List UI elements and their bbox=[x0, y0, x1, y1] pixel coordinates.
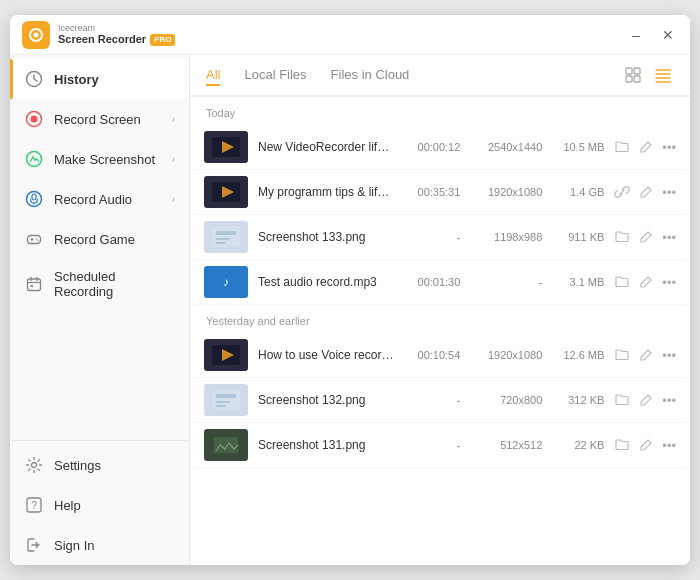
mic-icon bbox=[24, 189, 44, 209]
sidebar-item-history[interactable]: History bbox=[10, 59, 189, 99]
chevron-icon: › bbox=[172, 154, 175, 165]
file-duration: - bbox=[405, 231, 460, 243]
tab-local-files[interactable]: Local Files bbox=[244, 67, 306, 86]
sidebar-label-record-audio: Record Audio bbox=[54, 192, 132, 207]
sidebar-label-record-game: Record Game bbox=[54, 232, 135, 247]
open-folder-button[interactable] bbox=[614, 437, 630, 453]
file-name: Screenshot 131.png bbox=[258, 438, 395, 452]
logo-text: Icecream Screen Recorder PRO bbox=[58, 23, 175, 47]
chevron-icon: › bbox=[172, 114, 175, 125]
more-button[interactable]: ••• bbox=[662, 230, 676, 245]
calendar-icon bbox=[24, 274, 44, 294]
sidebar-item-scheduled[interactable]: Scheduled Recording bbox=[10, 259, 189, 309]
svg-point-4 bbox=[31, 116, 38, 123]
tabs-bar: All Local Files Files in Cloud bbox=[190, 55, 690, 97]
file-resolution: 720x800 bbox=[470, 394, 542, 406]
tab-files-in-cloud[interactable]: Files in Cloud bbox=[331, 67, 410, 86]
product-name: Screen Recorder PRO bbox=[58, 33, 175, 46]
file-thumbnail bbox=[204, 131, 248, 163]
svg-rect-25 bbox=[634, 76, 640, 82]
link-button[interactable] bbox=[614, 184, 630, 200]
svg-rect-45 bbox=[216, 405, 226, 407]
svg-rect-36 bbox=[216, 238, 230, 240]
open-folder-button[interactable] bbox=[614, 229, 630, 245]
file-list: Today New VideoRecorder lifehacks.mp4 00… bbox=[190, 97, 690, 565]
file-duration: - bbox=[405, 394, 460, 406]
file-resolution: 2540x1440 bbox=[470, 141, 542, 153]
edit-button[interactable] bbox=[638, 392, 654, 408]
more-button[interactable]: ••• bbox=[662, 438, 676, 453]
file-size: 22 KB bbox=[552, 439, 604, 451]
content-area: All Local Files Files in Cloud bbox=[190, 55, 690, 565]
svg-rect-14 bbox=[28, 279, 41, 291]
camera-icon bbox=[24, 149, 44, 169]
file-duration: 00:10:54 bbox=[405, 349, 460, 361]
file-size: 911 KB bbox=[552, 231, 604, 243]
sidebar-item-settings[interactable]: Settings bbox=[10, 445, 189, 485]
more-button[interactable]: ••• bbox=[662, 348, 676, 363]
edit-button[interactable] bbox=[638, 347, 654, 363]
open-folder-button[interactable] bbox=[614, 274, 630, 290]
file-row[interactable]: How to use Voice recorder.mp4 00:10:54 1… bbox=[194, 333, 686, 378]
open-folder-button[interactable] bbox=[614, 392, 630, 408]
file-row[interactable]: Screenshot 132.png - 720x800 312 KB ••• bbox=[194, 378, 686, 423]
brand-name: Icecream bbox=[58, 23, 175, 34]
game-icon bbox=[24, 229, 44, 249]
main-layout: History Record Screen › bbox=[10, 55, 690, 565]
file-actions: ••• bbox=[614, 347, 676, 363]
file-name: Test audio record.mp3 bbox=[258, 275, 395, 289]
tab-all[interactable]: All bbox=[206, 67, 220, 86]
clock-icon bbox=[24, 69, 44, 89]
close-button[interactable]: ✕ bbox=[658, 25, 678, 45]
file-row[interactable]: My programm tips & lifehacks.mp4 00:35:3… bbox=[194, 170, 686, 215]
file-thumbnail bbox=[204, 221, 248, 253]
file-row[interactable]: Screenshot 133.png - 1198x988 911 KB ••• bbox=[194, 215, 686, 260]
file-resolution: 1920x1080 bbox=[470, 349, 542, 361]
app-logo: Icecream Screen Recorder PRO bbox=[22, 21, 175, 49]
file-size: 1.4 GB bbox=[552, 186, 604, 198]
file-name: Screenshot 133.png bbox=[258, 230, 395, 244]
minimize-button[interactable]: – bbox=[626, 25, 646, 45]
file-actions: ••• bbox=[614, 139, 676, 155]
grid-view-button[interactable] bbox=[622, 64, 644, 86]
sidebar-item-signin[interactable]: Sign In bbox=[10, 525, 189, 565]
open-folder-button[interactable] bbox=[614, 139, 630, 155]
file-row[interactable]: ♪ Test audio record.mp3 00:01:30 - 3.1 M… bbox=[194, 260, 686, 305]
more-button[interactable]: ••• bbox=[662, 185, 676, 200]
more-button[interactable]: ••• bbox=[662, 275, 676, 290]
sidebar-item-help[interactable]: ? Help bbox=[10, 485, 189, 525]
sidebar-item-record-game[interactable]: Record Game bbox=[10, 219, 189, 259]
file-resolution: 512x512 bbox=[470, 439, 542, 451]
list-view-button[interactable] bbox=[652, 64, 674, 86]
logo-icon bbox=[22, 21, 50, 49]
svg-rect-22 bbox=[626, 68, 632, 74]
sidebar-item-record-audio[interactable]: Record Audio › bbox=[10, 179, 189, 219]
sidebar-label-history: History bbox=[54, 72, 99, 87]
file-actions: ••• bbox=[614, 184, 676, 200]
svg-rect-23 bbox=[634, 68, 640, 74]
svg-rect-18 bbox=[31, 285, 34, 287]
more-button[interactable]: ••• bbox=[662, 393, 676, 408]
sidebar-item-record-screen[interactable]: Record Screen › bbox=[10, 99, 189, 139]
edit-button[interactable] bbox=[638, 229, 654, 245]
sidebar-item-make-screenshot[interactable]: Make Screenshot › bbox=[10, 139, 189, 179]
file-row[interactable]: Screenshot 131.png - 512x512 22 KB ••• bbox=[194, 423, 686, 468]
open-folder-button[interactable] bbox=[614, 347, 630, 363]
more-button[interactable]: ••• bbox=[662, 140, 676, 155]
edit-button[interactable] bbox=[638, 274, 654, 290]
sidebar-label-record-screen: Record Screen bbox=[54, 112, 141, 127]
help-icon: ? bbox=[24, 495, 44, 515]
view-controls bbox=[622, 64, 674, 86]
file-row[interactable]: New VideoRecorder lifehacks.mp4 00:00:12… bbox=[194, 125, 686, 170]
file-size: 10.5 MB bbox=[552, 141, 604, 153]
app-window: Icecream Screen Recorder PRO – ✕ bbox=[10, 15, 690, 565]
file-actions: ••• bbox=[614, 229, 676, 245]
edit-button[interactable] bbox=[638, 184, 654, 200]
edit-button[interactable] bbox=[638, 437, 654, 453]
section-header-today: Today bbox=[194, 97, 686, 125]
file-duration: - bbox=[405, 439, 460, 451]
svg-rect-42 bbox=[212, 390, 240, 410]
svg-rect-9 bbox=[28, 236, 41, 244]
edit-button[interactable] bbox=[638, 139, 654, 155]
svg-text:?: ? bbox=[31, 500, 37, 511]
